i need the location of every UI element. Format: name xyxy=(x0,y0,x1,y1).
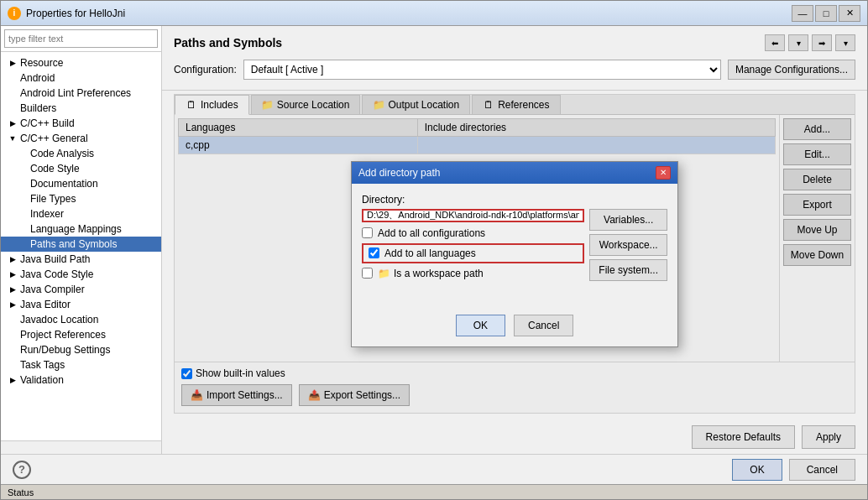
expand-arrow-icon xyxy=(8,73,18,83)
tab-panel: 🗒 Includes 📁 Source Location 📁 Output Lo… xyxy=(174,94,855,414)
expand-arrow-icon xyxy=(8,88,18,98)
sidebar-scrollbar[interactable] xyxy=(1,440,161,454)
expand-arrow-icon: ▶ xyxy=(8,58,18,68)
modal-close-button[interactable]: ✕ xyxy=(656,166,671,180)
expand-arrow-icon: ▶ xyxy=(8,269,18,279)
file-system-button[interactable]: File system... xyxy=(589,259,667,281)
dir-input-section: Add to all configurations Add to all lan… xyxy=(362,209,584,289)
modal-overlay: Add directory path ✕ Directory: xyxy=(175,95,855,413)
sidebar-item-java-compiler[interactable]: ▶ Java Compiler xyxy=(1,282,161,297)
folder-icon: 📁 xyxy=(378,268,390,279)
sidebar-item-android[interactable]: Android xyxy=(1,70,161,86)
sidebar-item-file-types[interactable]: File Types xyxy=(1,191,161,206)
help-button[interactable]: ? xyxy=(13,461,31,479)
add-all-configs-checkbox[interactable] xyxy=(362,227,373,238)
sidebar-item-language-mappings[interactable]: Language Mappings xyxy=(1,221,161,237)
expand-arrow-icon xyxy=(18,194,28,204)
maximize-button[interactable]: □ xyxy=(815,5,837,22)
modal-side-buttons: Variables... Workspace... File system... xyxy=(589,209,667,281)
sidebar-item-project-refs[interactable]: Project References xyxy=(1,327,161,342)
manage-configurations-button[interactable]: Manage Configurations... xyxy=(728,60,855,80)
content-area: ▶ Resource Android Android Lint Preferen… xyxy=(1,26,867,454)
config-label: Configuration: xyxy=(174,64,237,76)
window-bottom-buttons: OK Cancel xyxy=(732,459,855,481)
nav-forward-button[interactable]: ➡ xyxy=(812,34,832,51)
expand-arrow-icon xyxy=(18,209,28,219)
is-workspace-label: 📁 Is a workspace path xyxy=(378,268,484,279)
expand-arrow-icon xyxy=(8,103,18,113)
sidebar-item-builders[interactable]: Builders xyxy=(1,101,161,116)
sidebar-item-indexer[interactable]: Indexer xyxy=(1,206,161,221)
sidebar-item-android-lint[interactable]: Android Lint Preferences xyxy=(1,86,161,101)
status-text: Status xyxy=(8,487,34,497)
title-bar-controls: — □ ✕ xyxy=(792,5,860,22)
nav-dropdown-button[interactable]: ▾ xyxy=(788,34,808,51)
sidebar-item-java-build-path[interactable]: ▶ Java Build Path xyxy=(1,252,161,267)
modal-cancel-button[interactable]: Cancel xyxy=(514,315,573,336)
sidebar-item-cpp-build[interactable]: ▶ C/C++ Build xyxy=(1,116,161,131)
title-bar: i Properties for HelloJni — □ ✕ xyxy=(1,1,867,26)
expand-arrow-icon: ▶ xyxy=(8,284,18,294)
main-window: i Properties for HelloJni — □ ✕ ▶ Resour… xyxy=(0,0,868,500)
expand-arrow-icon: ▶ xyxy=(8,254,18,264)
workspace-button[interactable]: Workspace... xyxy=(589,234,667,256)
modal-ok-button[interactable]: OK xyxy=(456,315,505,336)
expand-arrow-icon xyxy=(18,224,28,234)
expand-arrow-icon: ▶ xyxy=(8,118,18,128)
modal-footer: OK Cancel xyxy=(352,308,677,346)
expand-arrow-icon xyxy=(18,164,28,174)
panel-title: Paths and Symbols xyxy=(174,36,282,49)
add-directory-modal: Add directory path ✕ Directory: xyxy=(351,161,678,347)
directory-label: Directory: xyxy=(362,194,667,206)
sidebar-item-documentation[interactable]: Documentation xyxy=(1,176,161,191)
add-all-languages-row: Add to all languages xyxy=(369,247,476,259)
sidebar-item-paths-symbols[interactable]: Paths and Symbols xyxy=(1,237,161,252)
window-bottom-bar: ? OK Cancel xyxy=(1,454,867,484)
close-button[interactable]: ✕ xyxy=(839,5,860,22)
variables-button[interactable]: Variables... xyxy=(589,209,667,231)
sidebar-item-task-tags[interactable]: Task Tags xyxy=(1,357,161,372)
modal-title-bar: Add directory path ✕ xyxy=(352,162,677,184)
sidebar-item-java-editor[interactable]: ▶ Java Editor xyxy=(1,297,161,312)
expand-arrow-icon: ▶ xyxy=(8,375,18,385)
restore-defaults-button[interactable]: Restore Defaults xyxy=(692,425,795,449)
expand-arrow-icon xyxy=(8,345,18,355)
config-row: Configuration: Default [ Active ] Manage… xyxy=(162,56,867,83)
minimize-button[interactable]: — xyxy=(792,5,813,22)
directory-input[interactable] xyxy=(362,209,584,222)
title-bar-icon: i xyxy=(8,7,21,20)
add-all-configs-row: Add to all configurations xyxy=(362,227,584,239)
bottom-actions: Restore Defaults Apply xyxy=(162,420,867,454)
nav-back-button[interactable]: ⬅ xyxy=(765,34,785,51)
sidebar-item-java-code-style[interactable]: ▶ Java Code Style xyxy=(1,267,161,282)
add-all-languages-checkbox[interactable] xyxy=(369,247,379,258)
expand-arrow-icon xyxy=(18,239,28,249)
expand-arrow-icon: ▶ xyxy=(8,299,18,310)
apply-button[interactable]: Apply xyxy=(802,425,855,449)
dir-input-row: Add to all configurations Add to all lan… xyxy=(362,209,667,289)
filter-input[interactable] xyxy=(4,29,158,48)
expand-arrow-icon xyxy=(8,315,18,325)
config-select[interactable]: Default [ Active ] xyxy=(243,60,721,80)
sidebar: ▶ Resource Android Android Lint Preferen… xyxy=(1,26,162,454)
sidebar-item-run-debug[interactable]: Run/Debug Settings xyxy=(1,342,161,357)
sidebar-item-cpp-general[interactable]: ▼ C/C++ General xyxy=(1,131,161,146)
modal-title: Add directory path xyxy=(358,167,440,179)
expand-arrow-icon xyxy=(18,179,28,189)
sidebar-filter xyxy=(1,26,161,52)
add-all-languages-label: Add to all languages xyxy=(384,247,476,259)
ok-button[interactable]: OK xyxy=(732,459,782,481)
sidebar-item-validation[interactable]: ▶ Validation xyxy=(1,372,161,388)
main-panel: Paths and Symbols ⬅ ▾ ➡ ▾ Configuration:… xyxy=(162,26,867,454)
modal-checkbox-section: Add to all configurations Add to all lan… xyxy=(362,227,584,279)
nav-dropdown2-button[interactable]: ▾ xyxy=(835,34,855,51)
cancel-button[interactable]: Cancel xyxy=(789,459,855,481)
sidebar-item-javadoc[interactable]: Javadoc Location xyxy=(1,312,161,327)
sidebar-item-resource[interactable]: ▶ Resource xyxy=(1,55,161,70)
is-workspace-checkbox[interactable] xyxy=(362,268,373,279)
is-workspace-row: 📁 Is a workspace path xyxy=(362,268,584,279)
sidebar-item-code-analysis[interactable]: Code Analysis xyxy=(1,146,161,161)
add-all-languages-highlight: Add to all languages xyxy=(362,243,584,263)
expand-arrow-icon xyxy=(8,360,18,370)
sidebar-item-code-style[interactable]: Code Style xyxy=(1,161,161,176)
